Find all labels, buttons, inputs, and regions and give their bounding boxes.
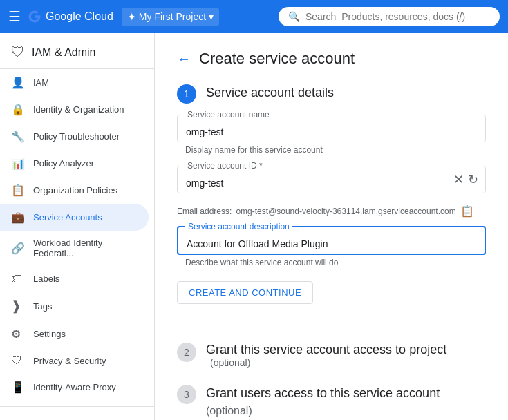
service-account-desc-label: Service account description <box>185 222 292 231</box>
sidebar-item-label: Organization Policies <box>33 185 117 195</box>
step-connector-1 <box>187 321 187 337</box>
google-cloud-logo: Google Cloud <box>28 10 113 23</box>
service-account-name-field: Service account name <box>177 115 486 142</box>
top-navigation: ☰ Google Cloud ✦ My First Project ▾ 🔍 <box>0 0 508 33</box>
service-account-name-helper: Display name for this service account <box>177 145 486 155</box>
service-account-id-label: Service account ID * <box>185 161 265 171</box>
service-account-id-field: Service account ID * ✕ ↻ <box>177 166 486 193</box>
sidebar-item-label: Workload Identity Federati... <box>33 238 138 258</box>
iam-admin-icon: 🛡 <box>11 44 25 60</box>
sidebar-item-label: IAM <box>33 77 49 88</box>
sidebar-item-label: Policy Troubleshooter <box>33 131 120 142</box>
sidebar-item-iam[interactable]: 👤 IAM <box>0 69 149 96</box>
sidebar-item-org-policies[interactable]: 📋 Organization Policies <box>0 177 149 204</box>
sidebar-item-tags[interactable]: ❱ Tags <box>0 292 149 321</box>
sidebar-item-label: Settings <box>33 329 66 339</box>
step-1-title: Service account details <box>206 86 334 100</box>
step-1-number: 1 <box>177 84 196 104</box>
project-selector[interactable]: ✦ My First Project ▾ <box>122 8 219 26</box>
service-account-id-group: Service account ID * ✕ ↻ <box>177 166 486 193</box>
privacy-icon: 🛡 <box>11 354 25 367</box>
labels-icon: 🏷 <box>11 272 25 285</box>
service-account-desc-helper: Describe what this service account will … <box>177 258 486 267</box>
step-2-title: Grant this service account access to pro… <box>206 343 446 356</box>
service-account-id-input[interactable] <box>186 178 437 189</box>
id-field-icons: ✕ ↻ <box>453 172 478 187</box>
sidebar-item-policy-troubleshooter[interactable]: 🔧 Policy Troubleshooter <box>0 123 149 150</box>
sidebar: 🛡 IAM & Admin 👤 IAM 🔒 Identity & Organiz… <box>0 33 155 420</box>
back-button[interactable]: ← <box>177 51 191 67</box>
identity-org-icon: 🔒 <box>11 103 25 116</box>
search-input[interactable] <box>305 11 490 22</box>
project-name: My First Project <box>139 11 206 22</box>
service-account-name-input[interactable] <box>186 126 477 137</box>
step-2-section: 2 Grant this service account access to p… <box>177 321 486 368</box>
sidebar-item-label: Tags <box>33 301 52 312</box>
step-3-section: 3 Grant users access to this service acc… <box>177 385 486 417</box>
service-account-name-label: Service account name <box>185 110 272 120</box>
create-and-continue-button[interactable]: CREATE AND CONTINUE <box>177 281 313 304</box>
org-policies-icon: 📋 <box>11 184 25 197</box>
sidebar-item-labels[interactable]: 🏷 Labels <box>0 265 149 292</box>
iam-icon: 👤 <box>11 76 25 89</box>
step-2-subtitle: (optional) <box>210 357 250 368</box>
search-icon: 🔍 <box>288 11 300 22</box>
sidebar-item-identity-aware-proxy[interactable]: 📱 Identity-Aware Proxy <box>0 374 149 401</box>
service-account-desc-input[interactable] <box>187 238 476 249</box>
service-accounts-icon: 💼 <box>11 211 25 224</box>
tags-icon: ❱ <box>11 298 25 314</box>
step-3-title: Grant users access to this service accou… <box>206 386 440 401</box>
sidebar-item-identity-org[interactable]: 🔒 Identity & Organization <box>0 96 149 123</box>
analyzer-icon: 📊 <box>11 157 25 170</box>
project-icon: ✦ <box>127 10 136 23</box>
iap-icon: 📱 <box>11 381 25 394</box>
google-cloud-text: Google Cloud <box>46 10 113 23</box>
sidebar-item-label: Labels <box>33 274 59 284</box>
hamburger-menu-icon[interactable]: ☰ <box>8 8 21 25</box>
page-header: ← Create service account <box>177 50 486 68</box>
create-button-container: CREATE AND CONTINUE <box>177 281 486 304</box>
sidebar-item-service-accounts[interactable]: 💼 Service Accounts <box>0 204 149 231</box>
service-account-desc-group: Service account description Describe wha… <box>177 226 486 267</box>
copy-email-icon[interactable]: 📋 <box>460 204 474 218</box>
step-3-header: 3 Grant users access to this service acc… <box>177 385 486 417</box>
settings-icon: ⚙ <box>11 327 25 341</box>
chevron-down-icon: ▾ <box>209 11 214 22</box>
sidebar-item-label: Privacy & Security <box>33 356 106 366</box>
service-account-name-group: Service account name Display name for th… <box>177 115 486 155</box>
workload-icon: 🔗 <box>11 242 25 255</box>
step-3-number: 3 <box>177 385 196 404</box>
email-row: Email address: omg-test@sound-velocity-3… <box>177 204 486 218</box>
search-bar[interactable]: 🔍 <box>279 7 500 26</box>
step-1-section: 1 Service account details Service accoun… <box>177 84 486 304</box>
step-3-subtitle: (optional) <box>206 405 252 417</box>
sidebar-item-label: Identity-Aware Proxy <box>33 382 116 392</box>
step-2-header: 2 Grant this service account access to p… <box>177 343 486 368</box>
step-1-header: 1 Service account details <box>177 84 486 104</box>
sidebar-item-settings[interactable]: ⚙ Settings <box>0 321 149 347</box>
email-label: Email address: <box>177 207 232 216</box>
main-content: ← Create service account 1 Service accou… <box>155 33 508 420</box>
sidebar-item-label: Policy Analyzer <box>33 158 94 169</box>
sidebar-item-manage-resources[interactable]: 📁 Manage Resources <box>0 412 149 420</box>
service-account-desc-field: Service account description <box>177 226 486 255</box>
step-2-number: 2 <box>177 343 196 362</box>
troubleshooter-icon: 🔧 <box>11 130 25 143</box>
sidebar-header: 🛡 IAM & Admin <box>0 33 154 69</box>
sidebar-item-label: Service Accounts <box>33 212 102 222</box>
app-layout: 🛡 IAM & Admin 👤 IAM 🔒 Identity & Organiz… <box>0 33 508 420</box>
google-g-icon <box>28 10 41 23</box>
refresh-id-icon[interactable]: ↻ <box>468 172 478 187</box>
page-title: Create service account <box>199 50 355 68</box>
email-value: omg-test@sound-velocity-363114.iam.gserv… <box>236 207 455 216</box>
sidebar-item-workload-identity[interactable]: 🔗 Workload Identity Federati... <box>0 231 149 265</box>
sidebar-divider <box>0 406 154 407</box>
sidebar-item-label: Identity & Organization <box>33 104 124 115</box>
sidebar-title: IAM & Admin <box>32 46 95 59</box>
sidebar-item-policy-analyzer[interactable]: 📊 Policy Analyzer <box>0 150 149 177</box>
sidebar-item-privacy-security[interactable]: 🛡 Privacy & Security <box>0 347 149 374</box>
clear-id-icon[interactable]: ✕ <box>453 172 464 187</box>
